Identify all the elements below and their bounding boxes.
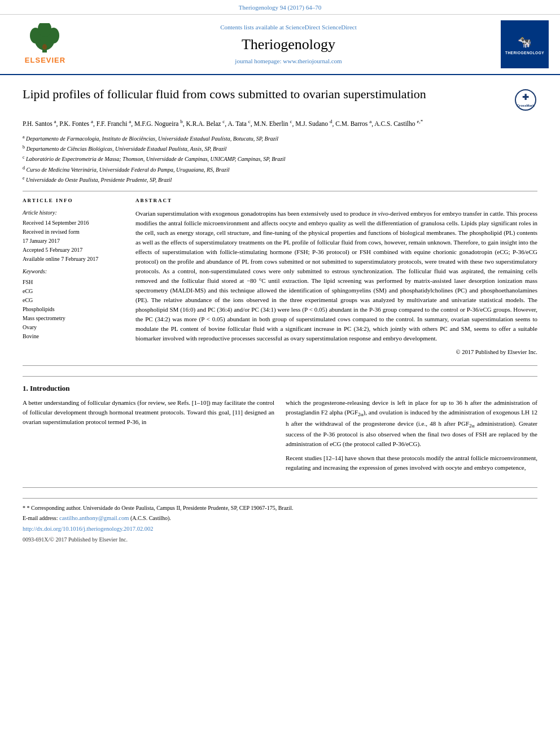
issn-line: 0093-691X/© 2017 Published by Elsevier I… bbox=[23, 536, 537, 544]
affiliation-c: c Laboratório de Espectrometria de Massa… bbox=[23, 154, 537, 163]
keywords-list: FSH eCG eCG Phospholipids Mass spectrome… bbox=[23, 278, 124, 341]
intro-left-col: A better understanding of follicular dyn… bbox=[23, 398, 274, 477]
affiliation-e: e Universidade do Oeste Paulista, Presid… bbox=[23, 175, 537, 184]
email-link[interactable]: castilho.anthony@gmail.com bbox=[59, 515, 129, 521]
history-label: Article history: bbox=[23, 209, 124, 217]
keywords-label: Keywords: bbox=[23, 268, 124, 276]
abstract-column: ABSTRACT Ovarian superstimulation with e… bbox=[135, 197, 537, 356]
copyright-text: © 2017 Published by Elsevier Inc. bbox=[135, 348, 537, 357]
affiliations-section: a Departamento de Farmacologia, Institut… bbox=[23, 134, 537, 185]
journal-logo-box: 🐄 THERIOGENOLOGY bbox=[501, 20, 549, 68]
article-content: Lipid profiles of follicular fluid from … bbox=[0, 75, 560, 554]
keyword-ovary: Ovary bbox=[23, 323, 124, 332]
journal-header: ELSEVIER Contents lists available at Sci… bbox=[0, 15, 560, 75]
available-online: Available online 7 February 2017 bbox=[23, 255, 124, 263]
science-direct-text: Contents lists available at ScienceDirec… bbox=[79, 23, 498, 32]
email-line: E-mail address: castilho.anthony@gmail.c… bbox=[23, 514, 537, 523]
keyword-phospholipids: Phospholipids bbox=[23, 305, 124, 314]
doi-link[interactable]: http://dx.doi.org/10.1016/j.theriogenolo… bbox=[23, 526, 154, 532]
footer-divider bbox=[23, 498, 537, 499]
email-suffix: (A.C.S. Castilho). bbox=[130, 515, 171, 521]
received-revised-label: Received in revised form bbox=[23, 228, 124, 236]
intro-right-col: which the progesterone-releasing device … bbox=[286, 398, 537, 477]
keyword-ecg: eCG bbox=[23, 287, 124, 296]
journal-header-center: Contents lists available at ScienceDirec… bbox=[79, 23, 498, 65]
animal-icon: 🐄 bbox=[518, 34, 532, 50]
received-date: Received 14 September 2016 bbox=[23, 219, 124, 227]
intro-para-1: A better understanding of follicular dyn… bbox=[23, 398, 274, 427]
affiliation-b: b Departamento de Ciências Biológicas, U… bbox=[23, 144, 537, 153]
doi-line: http://dx.doi.org/10.1016/j.theriogenolo… bbox=[23, 525, 537, 534]
keywords-group: Keywords: FSH eCG eCG Phospholipids Mass… bbox=[23, 268, 124, 341]
corresponding-note: * * Corresponding author. Universidade d… bbox=[23, 504, 537, 512]
crossmark-icon: ✚ CrossMark bbox=[515, 89, 536, 111]
divider-2 bbox=[23, 365, 537, 366]
article-info-column: ARTICLE INFO Article history: Received 1… bbox=[23, 197, 124, 356]
revised-date: 17 January 2017 bbox=[23, 237, 124, 245]
article-info-label: ARTICLE INFO bbox=[23, 197, 124, 204]
article-title: Lipid profiles of follicular fluid from … bbox=[23, 86, 506, 103]
citation-text: Theriogenology 94 (2017) 64–70 bbox=[239, 4, 321, 11]
keyword-mass-spec: Mass spectrometry bbox=[23, 314, 124, 323]
article-title-section: Lipid profiles of follicular fluid from … bbox=[23, 86, 537, 112]
abstract-text: Ovarian superstimulation with exogenous … bbox=[135, 209, 537, 344]
introduction-section: 1. Introduction A better understanding o… bbox=[23, 376, 537, 477]
page: Theriogenology 94 (2017) 64–70 ELSEVIER bbox=[0, 0, 560, 747]
journal-title: Theriogenology bbox=[79, 34, 498, 55]
authors-line: P.H. Santos a, P.K. Fontes a, F.F. Franc… bbox=[23, 117, 537, 129]
elsevier-tree-icon bbox=[25, 23, 65, 54]
elsevier-logo-section: ELSEVIER bbox=[11, 23, 79, 65]
section-title-text: Introduction bbox=[30, 384, 70, 392]
keyword-fsh: FSH bbox=[23, 278, 124, 287]
section-number: 1. bbox=[23, 384, 28, 392]
crossmark-badge: ✚ CrossMark bbox=[515, 89, 537, 112]
divider-1 bbox=[23, 191, 537, 191]
journal-logo-text: THERIOGENOLOGY bbox=[504, 51, 546, 55]
citation-bar: Theriogenology 94 (2017) 64–70 bbox=[0, 0, 560, 15]
corresponding-note-text: * Corresponding author. Universidade do … bbox=[27, 505, 294, 511]
svg-point-5 bbox=[42, 44, 47, 50]
keyword-bovine: Bovine bbox=[23, 332, 124, 341]
accepted-date: Accepted 5 February 2017 bbox=[23, 246, 124, 254]
article-history-group: Article history: Received 14 September 2… bbox=[23, 209, 124, 263]
article-info-abstract: ARTICLE INFO Article history: Received 1… bbox=[23, 197, 537, 356]
intro-para-3: Recent studies [12–14] have shown that t… bbox=[286, 453, 537, 473]
elsevier-brand: ELSEVIER bbox=[25, 55, 65, 65]
introduction-columns: A better understanding of follicular dyn… bbox=[23, 398, 537, 477]
elsevier-logo: ELSEVIER bbox=[11, 23, 79, 65]
journal-homepage: journal homepage: www.theriojournal.com bbox=[79, 57, 498, 65]
science-direct-link[interactable]: ScienceDirect bbox=[322, 24, 357, 30]
abstract-label: ABSTRACT bbox=[135, 197, 537, 204]
journal-logo-right: 🐄 THERIOGENOLOGY bbox=[498, 20, 549, 68]
affiliation-d: d Curso de Medicina Veterinária, Univers… bbox=[23, 165, 537, 174]
section-title: 1. Introduction bbox=[23, 383, 537, 394]
affiliation-a: a Departamento de Farmacologia, Institut… bbox=[23, 134, 537, 143]
footer-section: * * Corresponding author. Universidade d… bbox=[23, 487, 537, 543]
email-label: E-mail address: bbox=[23, 515, 58, 521]
intro-para-2: which the progesterone-releasing device … bbox=[286, 398, 537, 449]
keyword-ecg2: eCG bbox=[23, 296, 124, 305]
